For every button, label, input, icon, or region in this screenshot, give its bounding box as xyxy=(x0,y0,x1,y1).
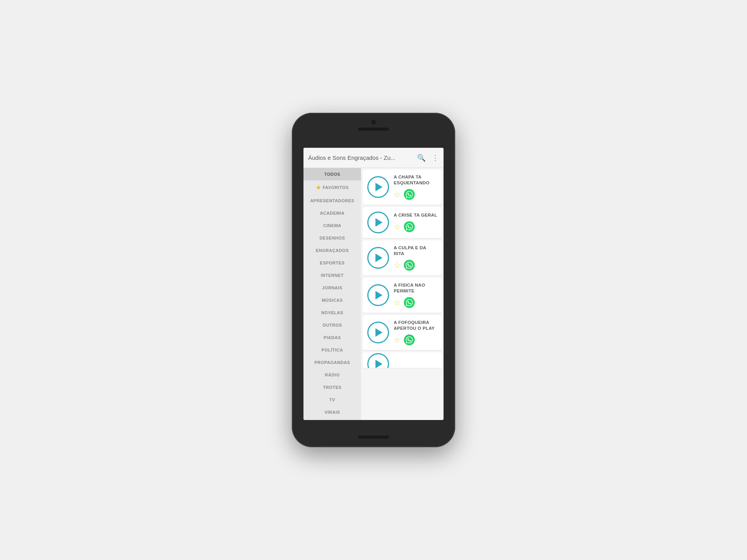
audio-card: A FOFOQUEIRA APERTOU O PLAY ☆ xyxy=(363,315,442,350)
audio-info-2: A CRISE TA GERAL ☆ xyxy=(394,212,437,232)
play-triangle-icon xyxy=(375,360,382,368)
sidebar-item-academia[interactable]: ACADEMIA xyxy=(303,207,361,219)
play-button-3[interactable] xyxy=(367,247,389,269)
phone-device: Áudios e Sons Engraçados - Zu... 🔍 ⋮ TOD… xyxy=(292,113,455,447)
audio-title-2: A CRISE TA GERAL xyxy=(394,212,437,218)
sidebar-item-apresentadores[interactable]: APRESENTADORES xyxy=(303,194,361,207)
content-area: TODOS ★ FAVORITOS APRESENTADORES ACADEMI… xyxy=(303,168,444,420)
sidebar-item-trotes[interactable]: TROTES xyxy=(303,381,361,394)
audio-title-1: A CHAPA TA ESQUENTANDO xyxy=(394,174,437,186)
sidebar-item-todos[interactable]: TODOS xyxy=(303,168,361,180)
app-title: Áudios e Sons Engraçados - Zu... xyxy=(308,154,417,161)
audio-card-partial xyxy=(363,352,442,368)
sidebar-item-propagandas[interactable]: PROPAGANDAS xyxy=(303,356,361,369)
audio-card: A CULPA E DA RITA ☆ xyxy=(363,240,442,275)
audio-actions-2: ☆ xyxy=(394,221,437,232)
play-triangle-icon xyxy=(375,218,382,227)
sidebar-item-virais[interactable]: VIRAIS xyxy=(303,406,361,418)
whatsapp-share-1[interactable] xyxy=(404,189,415,200)
audio-title-4: A FISICA NAO PERMITE xyxy=(394,282,437,294)
audio-title-3: A CULPA E DA RITA xyxy=(394,245,437,257)
star-rating-1[interactable]: ☆ xyxy=(394,190,401,199)
phone-speaker-bottom xyxy=(358,436,389,439)
play-button-2[interactable] xyxy=(367,212,389,233)
sidebar-item-outros[interactable]: OUTROS xyxy=(303,319,361,331)
star-rating-3[interactable]: ☆ xyxy=(394,261,401,270)
whatsapp-share-4[interactable] xyxy=(404,297,415,308)
sidebar-item-tv[interactable]: TV xyxy=(303,394,361,406)
sidebar-item-jornais[interactable]: JORNAIS xyxy=(303,282,361,294)
audio-info-1: A CHAPA TA ESQUENTANDO ☆ xyxy=(394,174,437,200)
play-button-5[interactable] xyxy=(367,322,389,343)
play-button-partial[interactable] xyxy=(367,353,389,368)
audio-card: A CHAPA TA ESQUENTANDO ☆ xyxy=(363,170,442,205)
sidebar-item-radio[interactable]: RÁDIO xyxy=(303,369,361,381)
audio-title-5: A FOFOQUEIRA APERTOU O PLAY xyxy=(394,320,437,331)
sidebar-item-musicas[interactable]: MÚSICAS xyxy=(303,294,361,306)
star-rating-4[interactable]: ☆ xyxy=(394,298,401,307)
play-button-4[interactable] xyxy=(367,284,389,306)
audio-actions-5: ☆ xyxy=(394,334,437,345)
play-triangle-icon xyxy=(375,328,382,337)
play-triangle-icon xyxy=(375,254,382,262)
sidebar-item-esportes[interactable]: ESPORTES xyxy=(303,257,361,269)
sidebar: TODOS ★ FAVORITOS APRESENTADORES ACADEMI… xyxy=(303,168,361,420)
audio-card: A CRISE TA GERAL ☆ xyxy=(363,207,442,238)
whatsapp-share-5[interactable] xyxy=(404,334,415,345)
app-bar: Áudios e Sons Engraçados - Zu... 🔍 ⋮ xyxy=(303,148,444,168)
star-rating-2[interactable]: ☆ xyxy=(394,222,401,231)
play-triangle-icon xyxy=(375,291,382,299)
audio-info-4: A FISICA NAO PERMITE ☆ xyxy=(394,282,437,308)
whatsapp-share-2[interactable] xyxy=(404,221,415,232)
audio-actions-3: ☆ xyxy=(394,260,437,271)
sidebar-item-politica[interactable]: POLÍTICA xyxy=(303,344,361,356)
phone-speaker-top xyxy=(358,128,389,131)
play-triangle-icon xyxy=(375,183,382,191)
sidebar-item-piadas[interactable]: PIADAS xyxy=(303,331,361,344)
app-bar-icons: 🔍 ⋮ xyxy=(417,154,439,162)
star-icon: ★ xyxy=(316,184,321,191)
audio-info-3: A CULPA E DA RITA ☆ xyxy=(394,245,437,271)
audio-actions-4: ☆ xyxy=(394,297,437,308)
audio-card: A FISICA NAO PERMITE ☆ xyxy=(363,278,442,313)
sidebar-item-favoritos[interactable]: ★ FAVORITOS xyxy=(303,180,361,194)
sidebar-item-internet[interactable]: INTERNET xyxy=(303,269,361,282)
more-options-icon[interactable]: ⋮ xyxy=(432,154,439,162)
phone-camera xyxy=(371,120,376,124)
sidebar-item-novelas[interactable]: NOVELAS xyxy=(303,306,361,319)
sidebar-item-desenhos[interactable]: DESENHOS xyxy=(303,232,361,244)
audio-list: A CHAPA TA ESQUENTANDO ☆ xyxy=(361,168,444,420)
phone-screen: Áudios e Sons Engraçados - Zu... 🔍 ⋮ TOD… xyxy=(303,148,444,420)
star-rating-5[interactable]: ☆ xyxy=(394,335,401,345)
audio-info-5: A FOFOQUEIRA APERTOU O PLAY ☆ xyxy=(394,320,437,345)
sidebar-item-cinema[interactable]: CINEMA xyxy=(303,219,361,232)
search-icon[interactable]: 🔍 xyxy=(417,154,426,162)
play-button-1[interactable] xyxy=(367,176,389,198)
audio-actions-1: ☆ xyxy=(394,189,437,200)
sidebar-item-engracados[interactable]: ENGRAÇADOS xyxy=(303,244,361,257)
whatsapp-share-3[interactable] xyxy=(404,260,415,271)
